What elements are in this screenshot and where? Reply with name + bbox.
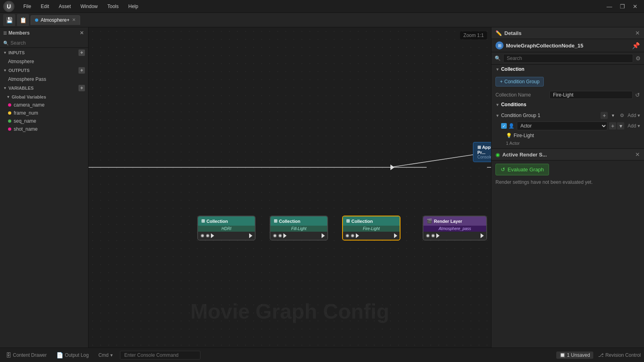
menu-asset[interactable]: Asset xyxy=(55,2,75,11)
content-drawer-button[interactable]: 🗄 Content Drawer xyxy=(3,351,49,360)
fire-light-icon: 💡 xyxy=(506,133,512,138)
collection-section-header[interactable]: ▼ Collection xyxy=(491,65,644,74)
node-input-ports xyxy=(345,233,359,238)
pin-panel-button[interactable]: 📌 xyxy=(632,42,640,49)
var-frame-num[interactable]: frame_num xyxy=(0,109,88,117)
node-collection-fire[interactable]: ⊞ Collection Fire-Light xyxy=(342,216,400,241)
port-triangle-icon xyxy=(211,233,214,238)
actor-add-label[interactable]: Add ▾ xyxy=(627,123,640,129)
actor-down-button[interactable]: ▾ xyxy=(617,122,624,130)
menu-file[interactable]: File xyxy=(19,2,35,11)
cmd-button[interactable]: Cmd ▾ xyxy=(96,351,115,359)
port-triangle-icon xyxy=(283,233,287,238)
actor-type-select[interactable]: Actor xyxy=(517,121,607,130)
output-log-button[interactable]: 📄 Output Log xyxy=(54,351,91,360)
port-triangle-icon xyxy=(481,233,484,238)
menu-tools[interactable]: Tools xyxy=(103,2,123,11)
layer-icon: 🔲 xyxy=(559,352,566,358)
var-seq-name[interactable]: seq_name xyxy=(0,117,88,125)
global-variables-section[interactable]: ▼ Global Variables xyxy=(0,93,88,101)
outputs-add-button[interactable]: + xyxy=(78,67,85,74)
condition-group-settings-icon[interactable]: ⚙ xyxy=(620,113,624,118)
port-triangle-icon xyxy=(394,233,397,238)
node-collection-label: Collection xyxy=(279,219,300,224)
var-shot-name[interactable]: shot_name xyxy=(0,125,88,133)
console-command-input[interactable] xyxy=(120,351,200,360)
node-type-icon: ⊞ xyxy=(495,41,504,49)
node-collection-icon: ⊞ xyxy=(201,218,205,224)
inputs-section[interactable]: ▼ INPUTS + xyxy=(0,48,88,58)
save-button[interactable]: 💾 xyxy=(3,14,15,26)
variables-add-button[interactable]: + xyxy=(78,85,85,91)
unsaved-indicator[interactable]: 🔲 1 Unsaved xyxy=(556,352,593,359)
node-input-ports xyxy=(273,233,287,238)
variables-section[interactable]: ▼ VARIABLES + xyxy=(0,83,88,93)
node-render-ports xyxy=(423,232,486,240)
members-search-input[interactable] xyxy=(10,40,85,46)
render-settings-panel: ◉ Active Render S... ✕ ↺ Evaluate Graph … xyxy=(491,149,644,348)
tab-atmosphere[interactable]: Atmosphere+ ✕ xyxy=(31,15,80,25)
var-camera-name-label: camera_name xyxy=(14,102,45,108)
details-search-bar[interactable]: 🔍 ⚙ xyxy=(491,52,644,65)
condition-group-add-label[interactable]: Add ▾ xyxy=(627,113,640,118)
actor-checkbox[interactable]: ✓ xyxy=(501,123,507,129)
port-icon xyxy=(278,234,282,238)
node-collection-label: Collection xyxy=(206,219,228,224)
svg-line-1 xyxy=(390,154,475,167)
output-atmosphere-pass-label: Atmosphere Pass xyxy=(8,76,46,82)
revision-control-button[interactable]: ⎇ Revision Control xyxy=(598,352,641,358)
details-close-button[interactable]: ✕ xyxy=(635,30,640,36)
maximize-button[interactable]: ❐ xyxy=(617,2,628,11)
main-area: ☰ Members ✕ 🔍 ▼ INPUTS + Atmosphere ▼ OU… xyxy=(0,27,644,348)
conditions-section-header[interactable]: ▼ Conditions xyxy=(491,100,644,109)
selected-node-name: MovieGraphCollectionNode_15 xyxy=(506,43,630,49)
port-icon xyxy=(345,234,349,238)
node-collection-icon: ⊞ xyxy=(274,218,277,224)
tab-modified-indicator xyxy=(35,19,38,22)
var-dot-icon xyxy=(8,103,11,107)
render-panel-close-button[interactable]: ✕ xyxy=(635,151,640,158)
zoom-indicator: Zoom 1:1 xyxy=(460,31,487,39)
node-render-layer[interactable]: 🎬 Render Layer Atmosphere_pass xyxy=(423,216,487,241)
render-layer-icon: 🎬 xyxy=(427,218,432,224)
outputs-section[interactable]: ▼ OUTPUTS + xyxy=(0,66,88,75)
close-button[interactable]: ✕ xyxy=(630,2,641,11)
menu-edit[interactable]: Edit xyxy=(37,2,53,11)
tab-bar: 💾 📋 Atmosphere+ ✕ xyxy=(0,13,644,27)
condition-group-expand-btn[interactable]: ▾ xyxy=(609,112,617,119)
source-control-button[interactable]: 📋 xyxy=(17,14,29,26)
collection-name-row: Collection Name Fire-Light ↺ xyxy=(491,90,644,100)
condition-group-add-button[interactable]: + xyxy=(601,112,608,119)
details-search-input[interactable] xyxy=(503,54,633,63)
var-seq-name-label: seq_name xyxy=(14,118,36,124)
output-atmosphere-pass[interactable]: Atmosphere Pass xyxy=(0,75,88,83)
menu-help[interactable]: Help xyxy=(124,2,142,11)
minimize-button[interactable]: — xyxy=(604,2,615,11)
var-camera-name[interactable]: camera_name xyxy=(0,101,88,109)
collection-section-label: Collection xyxy=(501,66,524,72)
evaluate-graph-button[interactable]: ↺ Evaluate Graph xyxy=(495,164,549,175)
apply-cvar-node[interactable]: ⊞ Apply CVar Pr... Console_Varia... xyxy=(473,142,491,162)
collection-name-reset-icon[interactable]: ↺ xyxy=(635,92,640,98)
node-collection-fill[interactable]: ⊞ Collection Fill-Light xyxy=(270,216,328,241)
render-panel-header: ◉ Active Render S... ✕ xyxy=(491,149,644,160)
actor-add-button[interactable]: + xyxy=(609,122,616,130)
menu-window[interactable]: Window xyxy=(76,2,102,11)
fire-light-item[interactable]: 💡 Fire-Light xyxy=(491,132,644,140)
canvas-area[interactable]: Zoom 1:1 Movie Graph Config ⊞ Apply CVar… xyxy=(89,27,491,348)
port-icon xyxy=(426,234,430,238)
condition-group-expand-icon[interactable]: ▼ xyxy=(495,113,500,118)
tab-close-button[interactable]: ✕ xyxy=(72,17,76,23)
members-close-button[interactable]: ✕ xyxy=(78,30,85,36)
add-condition-group-button[interactable]: + Condition Group xyxy=(495,77,544,86)
node-collection-hdri[interactable]: ⊞ Collection HDRI xyxy=(197,216,256,241)
inputs-chevron-icon: ▼ xyxy=(3,51,7,55)
collection-name-value[interactable]: Fire-Light xyxy=(549,91,633,99)
members-search-bar[interactable]: 🔍 xyxy=(0,39,88,48)
inputs-add-button[interactable]: + xyxy=(78,49,85,56)
node-header: ⊞ Collection xyxy=(198,216,255,226)
node-input-ports xyxy=(426,233,440,238)
details-settings-icon[interactable]: ⚙ xyxy=(636,55,641,62)
input-atmosphere[interactable]: Atmosphere xyxy=(0,58,88,66)
members-panel-header: ☰ Members ✕ xyxy=(0,27,88,39)
